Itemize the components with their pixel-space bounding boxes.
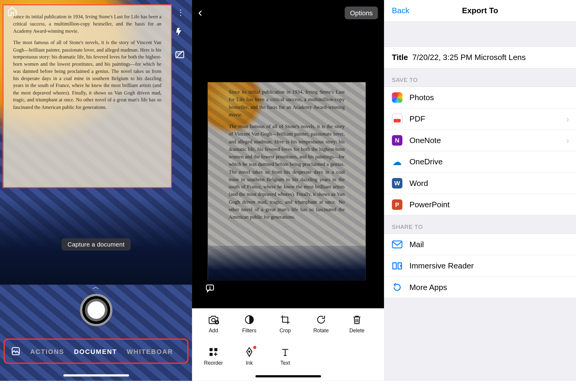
crop-icon bbox=[280, 314, 290, 325]
save-to-onenote[interactable]: N OneNote › bbox=[384, 130, 576, 151]
back-chevron-icon[interactable]: ‹ bbox=[198, 6, 202, 20]
toolbar-label: Reorder bbox=[204, 360, 223, 366]
more-icon[interactable]: ⋮ bbox=[177, 8, 185, 17]
photos-icon bbox=[392, 92, 402, 103]
svg-rect-9 bbox=[209, 348, 212, 351]
detected-document-border: Since its initial publication in 1934, I… bbox=[3, 4, 172, 188]
onedrive-icon: ☁ bbox=[392, 157, 402, 167]
toolbar-label: Filters bbox=[242, 328, 256, 334]
mode-actions[interactable]: ACTIONS bbox=[30, 347, 64, 355]
mode-whiteboard[interactable]: WHITEBOAR bbox=[127, 347, 173, 355]
home-icon[interactable] bbox=[7, 6, 17, 16]
save-to-word[interactable]: W Word bbox=[384, 173, 576, 194]
svg-point-5 bbox=[210, 289, 210, 289]
mail-icon bbox=[392, 239, 402, 250]
shutter-button[interactable] bbox=[80, 294, 112, 326]
list-item-label: More Apps bbox=[410, 283, 447, 292]
immersive-reader-icon bbox=[392, 261, 402, 271]
export-screen: Back Export To Title 7/20/22, 3:25 PM Mi… bbox=[384, 0, 576, 381]
document-paragraph: Since its initial publication in 1934, I… bbox=[229, 88, 345, 119]
back-button[interactable]: Back bbox=[384, 6, 410, 15]
options-button[interactable]: Options bbox=[345, 6, 378, 19]
save-to-onedrive[interactable]: ☁ OneDrive bbox=[384, 151, 576, 172]
share-icon bbox=[392, 282, 402, 292]
list-item-label: Word bbox=[410, 179, 428, 188]
list-item-label: Photos bbox=[410, 93, 434, 102]
share-to-more-apps[interactable]: More Apps bbox=[384, 277, 576, 298]
save-to-photos[interactable]: Photos bbox=[384, 87, 576, 108]
ink-button[interactable]: Ink bbox=[233, 347, 266, 375]
save-to-header: SAVE TO bbox=[384, 69, 576, 87]
list-item-label: Mail bbox=[410, 240, 424, 249]
list-item-label: Immersive Reader bbox=[410, 261, 474, 271]
text-button[interactable]: Text bbox=[268, 347, 302, 375]
svg-rect-11 bbox=[209, 353, 212, 356]
toolbar-label: Crop bbox=[280, 328, 291, 334]
pen-icon bbox=[245, 347, 254, 357]
scanned-page-preview[interactable]: Since its initial publication in 1934, I… bbox=[208, 82, 366, 281]
notification-dot-icon bbox=[253, 346, 256, 349]
share-to-list: Mail Immersive Reader More Apps bbox=[384, 234, 576, 298]
share-to-immersive-reader[interactable]: Immersive Reader bbox=[384, 255, 576, 277]
pdf-icon bbox=[392, 114, 402, 124]
scanned-text: Since its initial publication in 1934, I… bbox=[229, 88, 345, 241]
page-title: Export To bbox=[462, 6, 498, 15]
toolbar-label: Text bbox=[280, 360, 290, 366]
home-indicator bbox=[63, 374, 129, 376]
add-button[interactable]: Add bbox=[197, 314, 230, 342]
document-paragraph: Since its initial publication in 1934, I… bbox=[13, 13, 161, 35]
powerpoint-icon: P bbox=[392, 199, 402, 210]
onenote-icon: N bbox=[392, 135, 402, 146]
toolbar-label: Add bbox=[209, 328, 218, 334]
image-dark-region bbox=[208, 246, 366, 281]
list-item-label: PowerPoint bbox=[410, 200, 450, 209]
rotate-icon bbox=[316, 314, 326, 325]
rotate-button[interactable]: Rotate bbox=[304, 314, 338, 342]
save-to-powerpoint[interactable]: P PowerPoint bbox=[384, 194, 576, 215]
trash-icon bbox=[352, 314, 362, 325]
chevron-right-icon: › bbox=[566, 114, 569, 124]
chevron-right-icon: › bbox=[566, 135, 569, 145]
svg-rect-10 bbox=[214, 348, 217, 351]
nav-bar: Back Export To bbox=[384, 0, 576, 22]
capture-screen: Since its initial publication in 1934, I… bbox=[0, 0, 192, 381]
svg-point-12 bbox=[249, 351, 250, 352]
toolbar-label: Delete bbox=[349, 328, 364, 334]
title-key: Title bbox=[392, 53, 408, 62]
chevron-up-icon[interactable]: ︿ bbox=[92, 283, 99, 292]
svg-rect-13 bbox=[392, 241, 402, 248]
capture-hint-toast: Capture a document bbox=[62, 238, 131, 251]
edit-screen: ‹ Options Since its initial publication … bbox=[192, 0, 384, 381]
share-to-mail[interactable]: Mail bbox=[384, 234, 576, 255]
capture-mode-bar: ACTIONS DOCUMENT WHITEBOAR bbox=[4, 338, 189, 364]
mode-document[interactable]: DOCUMENT bbox=[74, 347, 117, 355]
camera-add-icon bbox=[208, 314, 219, 325]
filters-icon bbox=[244, 314, 255, 325]
crop-button[interactable]: Crop bbox=[268, 314, 302, 342]
reorder-button[interactable]: Reorder bbox=[197, 347, 230, 375]
capture-lock-icon[interactable] bbox=[175, 49, 185, 59]
spacer bbox=[384, 22, 576, 46]
filters-button[interactable]: Filters bbox=[233, 314, 266, 342]
word-icon: W bbox=[392, 178, 402, 188]
delete-button[interactable]: Delete bbox=[340, 314, 374, 342]
list-item-label: OneNote bbox=[410, 136, 441, 145]
toolbar-label: Ink bbox=[246, 360, 253, 366]
toolbar-label: Rotate bbox=[313, 328, 329, 334]
feedback-icon[interactable] bbox=[205, 283, 215, 293]
save-to-pdf[interactable]: PDF › bbox=[384, 109, 576, 130]
save-to-list: Photos PDF › N OneNote › ☁ OneDrive W Wo… bbox=[384, 87, 576, 216]
text-icon bbox=[280, 347, 290, 357]
title-value: 7/20/22, 3:25 PM Microsoft Lens bbox=[412, 53, 526, 62]
svg-point-6 bbox=[212, 318, 215, 322]
document-paragraph: The most famous of all of Stone's novels… bbox=[13, 39, 161, 111]
title-row[interactable]: Title 7/20/22, 3:25 PM Microsoft Lens bbox=[384, 46, 576, 69]
home-indicator bbox=[255, 375, 321, 377]
reorder-icon bbox=[208, 347, 219, 357]
document-paragraph: The most famous of all of Stone's novels… bbox=[229, 123, 345, 221]
share-to-header: SHARE TO bbox=[384, 216, 576, 234]
list-item-label: PDF bbox=[410, 114, 425, 124]
gallery-icon[interactable] bbox=[11, 346, 20, 356]
edit-toolbar: Add Filters Crop Rotate Delete bbox=[192, 308, 384, 381]
flash-auto-icon[interactable] bbox=[175, 27, 184, 37]
